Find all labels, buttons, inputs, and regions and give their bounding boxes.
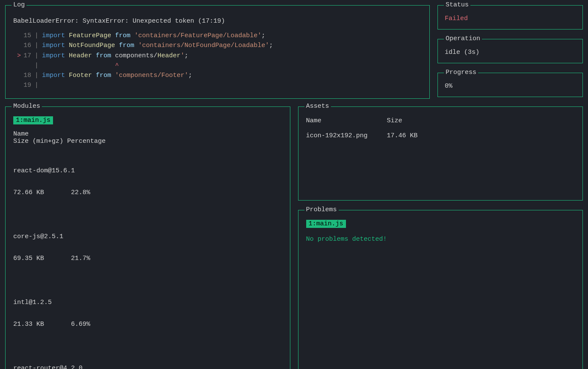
code-line-18: 18|import Footer from 'components/Footer…: [13, 71, 422, 80]
modules-title: Modules: [12, 103, 42, 110]
status-value: Failed: [445, 15, 576, 22]
progress-title: Progress: [444, 69, 478, 76]
no-problems-message: No problems detected!: [306, 236, 575, 243]
operation-panel: Operation idle (3s): [437, 39, 583, 63]
progress-value: 0%: [445, 83, 576, 90]
right-column: Status Failed Operation idle (3s) Progre…: [437, 5, 583, 99]
status-title: Status: [444, 1, 470, 9]
code-line-15: 15|import FeaturePage from 'containers/F…: [13, 31, 422, 41]
error-message: BabelLoaderError: SyntaxError: Unexpecte…: [13, 18, 422, 25]
module-row: react-dom@15.6.1 72.66 KB 22.8%: [13, 153, 282, 211]
modules-panel: Modules 1:main.js Name Size (min+gz) Per…: [5, 106, 290, 369]
operation-value: idle (3s): [445, 49, 576, 56]
code-block: 15|import FeaturePage from 'containers/F…: [13, 31, 422, 91]
code-line-19: 19|: [13, 80, 422, 90]
module-row: react-router@4.2.0 16.88 KB 5.29%: [13, 350, 282, 369]
assets-panel: Assets Name Size icon-192x192.png 17.46 …: [298, 106, 583, 201]
assets-header: Name Size: [306, 117, 575, 124]
error-marker-icon: >: [13, 51, 21, 61]
module-row: core-js@2.5.1 69.35 KB 21.7%: [13, 218, 282, 277]
modules-header-size: Size (min+gz) Percentage: [13, 138, 282, 145]
status-panel: Status Failed: [437, 5, 583, 30]
module-row: intl@1.2.5 21.33 KB 6.69%: [13, 284, 282, 342]
problems-panel: Problems 1:main.js No problems detected!: [298, 210, 583, 369]
modules-header: Name Size (min+gz) Percentage: [13, 130, 282, 145]
asset-row: icon-192x192.png 17.46 KB: [306, 132, 575, 139]
caret-icon: ^: [115, 61, 119, 71]
log-title: Log: [12, 1, 27, 9]
modules-header-name: Name: [13, 130, 282, 138]
problems-badge[interactable]: 1:main.js: [306, 220, 346, 228]
modules-badge[interactable]: 1:main.js: [13, 116, 53, 124]
problems-title: Problems: [304, 206, 339, 213]
operation-title: Operation: [444, 35, 482, 42]
error-caret-line: | ^: [13, 61, 422, 71]
progress-panel: Progress 0%: [437, 73, 583, 97]
code-line-17: >17|import Header from components/Header…: [13, 51, 422, 61]
code-line-16: 16|import NotFoundPage from 'containers/…: [13, 41, 422, 50]
log-panel: Log BabelLoaderError: SyntaxError: Unexp…: [5, 5, 430, 99]
assets-title: Assets: [304, 103, 331, 110]
